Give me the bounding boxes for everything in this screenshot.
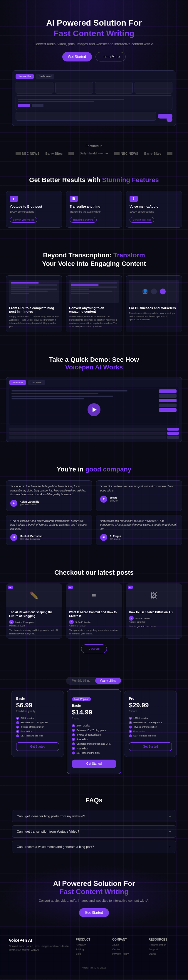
demo-title-plain: Take a Quick Demo: See How: [49, 356, 139, 363]
footer-link-pricing[interactable]: Pricing: [76, 948, 106, 951]
pricing-cta-1[interactable]: Get Started: [72, 759, 116, 768]
transform-card-title-2: For Businesses and Marketers: [129, 306, 179, 310]
learn-more-button[interactable]: Learn More: [95, 52, 126, 62]
feature-card-youtube: ▶ Youtube to Blog post 1000+ conversatio…: [6, 191, 62, 228]
view-all-button[interactable]: View all: [81, 644, 107, 653]
blog-card-2: 🖼 AI How to use Stable Diffusion AI? S S…: [126, 584, 182, 638]
pricing-cta-2[interactable]: Get Started: [129, 742, 172, 751]
blog-desc-1: This presents a compelling reason to use…: [69, 628, 119, 635]
demo-right-panel: [159, 390, 177, 423]
blog-date-2: August 22 2023: [129, 620, 179, 623]
play-button[interactable]: [87, 403, 101, 416]
testimonials-title: You're in good company: [6, 466, 182, 473]
testimonial-author-2: M Mitchell Bernstein @mitchellbernstein: [10, 534, 88, 541]
pricing-feature-2-1: ✓ Between 30 - 50 Blog Posts: [129, 721, 172, 724]
hero-subtitle: Convert audio, video, pdfs, images and w…: [6, 42, 182, 46]
check-icon: ✓: [72, 742, 75, 745]
logo-nbc2: NBC NEWS: [114, 152, 138, 155]
featured-label: Featured In: [6, 144, 182, 148]
feature-btn-2[interactable]: Convert your files: [130, 217, 154, 223]
footer-col-0: Product Features Pricing Blog: [76, 938, 106, 957]
mockup-inner: [16, 95, 172, 110]
featured-section: Featured In NBC NEWS Barry Bites Daily H…: [0, 138, 188, 161]
mockup-icon-3: [160, 288, 166, 294]
footer-bottom: VoicePen AI © 2023: [9, 963, 179, 969]
pricing-cta-0[interactable]: Get Started: [16, 742, 59, 751]
footer-link-docs[interactable]: Documentation: [149, 943, 179, 947]
nbc-icon: [16, 152, 21, 155]
blog-post-title-1: What Is Micro Content and How to Create …: [69, 610, 119, 618]
pricing-feature-1-4: ✓ Unlimited transcription and URL: [72, 742, 116, 745]
mockup-icon-2: [151, 288, 157, 294]
hero-dashboard-mockup: Transcribe Dashboard: [12, 70, 176, 126]
pricing-card-0: Basic $6.99 /mo billed yearly ✓ 240K cre…: [11, 690, 64, 757]
transcribe-icon: 📄: [70, 196, 78, 202]
logo-barry: Barry Bites: [46, 152, 63, 155]
footer-link-about[interactable]: About: [112, 943, 143, 947]
demo-bar-1: [159, 390, 177, 393]
demo-tab-transcribe[interactable]: Transcribe: [9, 380, 26, 385]
nbc2-icon: [114, 152, 120, 155]
yearly-toggle-btn[interactable]: Yearly billing: [95, 678, 121, 684]
faq-item-0[interactable]: Can I get ideas for blog posts from my w…: [12, 810, 176, 822]
feature-desc-0: 1000+ conversations: [10, 210, 58, 214]
blog-avatar-0: M: [9, 620, 14, 624]
blog-content-1: What Is Micro Content and How to Create …: [66, 607, 122, 638]
author-handle-2: @mitchellbernstein: [20, 538, 43, 540]
chevron-down-icon-0: +: [169, 814, 171, 819]
footer-link-privacy[interactable]: Privacy Policy: [112, 952, 143, 955]
feature-desc-1: Transcribe the audio within: [70, 210, 118, 214]
demo-bar-2: [159, 394, 177, 398]
demo-tab-dashboard[interactable]: Dashboard: [28, 380, 45, 385]
demo-bar-4: [159, 404, 177, 407]
footer-col-title-2: Resources: [149, 938, 179, 941]
br-icon: [68, 152, 74, 155]
logo-nbc: NBC NEWS: [16, 152, 39, 155]
footer-hero-cta[interactable]: Get Started: [79, 908, 109, 917]
pricing-feature-0-1: ✓ Between 5 to 5 Blog Posts: [16, 721, 59, 724]
footer-link-status[interactable]: Status: [149, 952, 179, 955]
transform-mockup-1: [69, 280, 119, 303]
get-started-button[interactable]: Get Started: [62, 52, 92, 62]
transform-title: Beyond Transcription: Transform Your Voi…: [6, 251, 182, 268]
check-icon: ✓: [129, 721, 132, 724]
author-name-3: AI Plugin: [109, 535, 121, 538]
features-grid: ▶ Youtube to Blog post 1000+ conversatio…: [6, 191, 182, 228]
blog-date-0: March 12 2023: [9, 624, 59, 627]
check-icon: ✓: [129, 734, 132, 737]
faq-item-1[interactable]: Can I get transcription from Youtube Vid…: [12, 825, 176, 838]
pricing-feature-0-0: ✓ 240K credits: [16, 717, 59, 720]
feature-btn-1[interactable]: Transcribe anything: [70, 217, 96, 223]
check-icon: ✓: [72, 733, 75, 736]
faq-title: FAQs: [12, 797, 176, 804]
blog-date-1: August 07 2023: [69, 624, 119, 627]
testimonial-card-1: "I used it to write up some notes podcas…: [96, 480, 182, 511]
pricing-plan-0: Basic: [16, 697, 59, 700]
faq-item-2[interactable]: Can I record a voice memo and generate a…: [12, 841, 176, 853]
pricing-feature-1-2: ✓ 4 types of transcription: [72, 733, 116, 736]
blog-author-2: Sofia Pribradko: [135, 617, 151, 620]
footer-link-contact[interactable]: Contact: [112, 948, 143, 951]
pricing-feature-2-0: ✓ 1000K credits: [129, 717, 172, 720]
footer-link-blog[interactable]: Blog: [76, 952, 106, 955]
check-icon: ✓: [129, 717, 132, 720]
faq-list: Can I get ideas for blog posts from my w…: [12, 810, 176, 853]
demo-video-wrap: Transcribe Dashboard: [6, 377, 182, 442]
footer-link-support[interactable]: Support: [149, 948, 179, 951]
mockup-card-3: [95, 82, 133, 94]
pricing-feature-2-3: ✓ Free editor: [129, 730, 172, 733]
br2-icon: [167, 152, 172, 155]
pricing-plan-2: Pro: [129, 697, 172, 700]
hero-section: AI Powered Solution For Fast Content Wri…: [0, 0, 188, 138]
blog-card-0: ✏️ AI The AI Revolution: Shaping the Fut…: [6, 584, 62, 638]
footer-link-features[interactable]: Features: [76, 943, 106, 947]
feature-btn-0[interactable]: Convert your Videos: [10, 217, 37, 223]
monthly-toggle-btn[interactable]: Monthly billing: [67, 678, 95, 684]
transform-card-desc-2: Experience editions guide for your meeti…: [129, 312, 179, 321]
mockup-btn-1: [18, 104, 30, 107]
footer-hero-title-accent: Fast Content Writing: [59, 888, 129, 896]
blog-author-row-2: S Sofia Pribradko: [129, 616, 179, 620]
pricing-feature-0-4: ✓ SEP tool and the files: [16, 734, 59, 737]
footer-col-title-1: Company: [112, 938, 143, 941]
transform-mockup-0: [9, 280, 59, 303]
